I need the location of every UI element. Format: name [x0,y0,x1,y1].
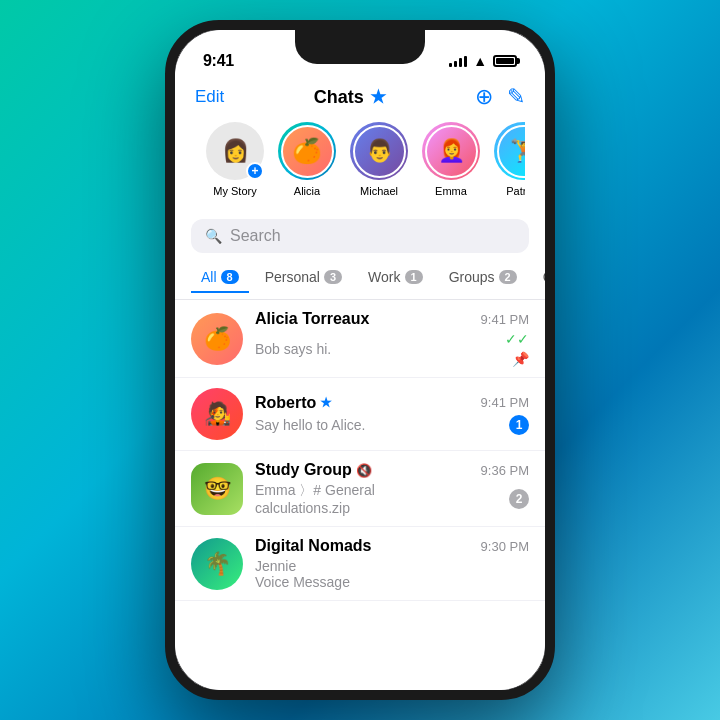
title-star: ★ [370,86,386,108]
filter-tabs: All 8 Personal 3 Work 1 Groups 2 Chan... [175,263,545,300]
chat-name-row-roberto: Roberto ★ 9:41 PM [255,394,529,412]
compose-button[interactable]: ✎ [507,86,525,108]
tab-channels-label: Chan... [543,269,545,285]
chat-meta-roberto: 1 [509,415,529,435]
alicia-avatar-wrap: 🍊 [278,122,336,180]
chat-preview-digital-1: Jennie [255,558,350,574]
header-actions: ⊕ ✎ [475,86,525,108]
chat-item-roberto[interactable]: 🧑‍🎤 Roberto ★ 9:41 PM Say hello to Alice… [175,378,545,451]
story-michael[interactable]: 👨 Michael [343,122,415,197]
chat-avatar-alicia: 🍊 [191,313,243,365]
tab-groups[interactable]: Groups 2 [439,263,527,291]
digital-preview-col: Jennie Voice Message [255,558,350,590]
chat-preview-alicia: Bob says hi. [255,341,331,357]
stories-row: 👩 + My Story 🍊 Alicia [195,122,525,209]
tab-work-label: Work [368,269,400,285]
chat-preview-row-alicia: Bob says hi. ✓✓ 📌 [255,331,529,367]
phone-screen: 9:41 ▲ Edit Ch [175,30,545,690]
chat-item-alicia[interactable]: 🍊 Alicia Torreaux 9:41 PM Bob says hi. ✓… [175,300,545,378]
read-tick-alicia: ✓✓ [505,331,529,347]
chat-preview-row-digital-nomads: Jennie Voice Message [255,558,529,590]
story-alicia[interactable]: 🍊 Alicia [271,122,343,197]
tab-groups-badge: 2 [499,270,517,284]
chat-preview-study-line2: calculations.zip [255,500,455,516]
story-name-michael: Michael [360,185,398,197]
tab-all-badge: 8 [221,270,239,284]
chat-name-alicia: Alicia Torreaux [255,310,369,328]
my-story-avatar-wrap: 👩 + [206,122,264,180]
chat-list: 🍊 Alicia Torreaux 9:41 PM Bob says hi. ✓… [175,300,545,601]
chat-meta-study-group: 2 [509,489,529,509]
story-name-alicia: Alicia [294,185,320,197]
chat-avatar-digital-nomads: 🌴 [191,538,243,590]
status-icons: ▲ [449,53,517,69]
emma-avatar: 👩‍🦰 [425,125,478,178]
story-emma[interactable]: 👩‍🦰 Emma [415,122,487,197]
michael-avatar-wrap: 👨 [350,122,408,180]
tab-all-label: All [201,269,217,285]
edit-button[interactable]: Edit [195,87,224,107]
tab-work[interactable]: Work 1 [358,263,433,291]
chats-title: Chats [314,87,364,108]
header: Edit Chats ★ ⊕ ✎ 👩 [175,78,545,219]
tab-channels[interactable]: Chan... [533,263,545,291]
header-title: Chats ★ [314,86,386,108]
chat-preview-study-line1: Emma 〉# General [255,482,455,500]
story-my-story[interactable]: 👩 + My Story [199,122,271,197]
chat-preview-digital-2: Voice Message [255,574,350,590]
alicia-avatar: 🍊 [281,125,334,178]
add-story-badge: + [246,162,264,180]
wifi-icon: ▲ [473,53,487,69]
chat-name-row-digital-nomads: Digital Nomads 9:30 PM [255,537,529,555]
chat-name-roberto: Roberto ★ [255,394,332,412]
chat-info-study-group: Study Group 🔇 9:36 PM Emma 〉# General ca… [255,461,529,516]
chat-avatar-roberto: 🧑‍🎤 [191,388,243,440]
chat-preview-row-roberto: Say hello to Alice. 1 [255,415,529,435]
pin-icon-alicia: 📌 [512,351,529,367]
chat-item-study-group[interactable]: 🤓 Study Group 🔇 9:36 PM Emma 〉# General [175,451,545,527]
app-content: Edit Chats ★ ⊕ ✎ 👩 [175,78,545,690]
emma-avatar-wrap: 👩‍🦰 [422,122,480,180]
patrick-avatar-wrap: 🏋️ [494,122,525,180]
tab-all[interactable]: All 8 [191,263,249,293]
chat-time-study-group: 9:36 PM [481,463,529,478]
michael-avatar: 👨 [353,125,406,178]
chat-meta-alicia: ✓✓ 📌 [505,331,529,367]
chat-time-roberto: 9:41 PM [481,395,529,410]
tab-personal-label: Personal [265,269,320,285]
patrick-avatar: 🏋️ [497,125,526,178]
tab-groups-label: Groups [449,269,495,285]
story-name-emma: Emma [435,185,467,197]
search-placeholder: Search [230,227,281,245]
search-bar-container: 🔍 Search [175,219,545,263]
unread-badge-study-group: 2 [509,489,529,509]
chat-info-roberto: Roberto ★ 9:41 PM Say hello to Alice. 1 [255,394,529,435]
new-group-button[interactable]: ⊕ [475,86,493,108]
tab-personal[interactable]: Personal 3 [255,263,352,291]
header-top: Edit Chats ★ ⊕ ✎ [195,86,525,108]
tab-work-badge: 1 [405,270,423,284]
chat-name-row-alicia: Alicia Torreaux 9:41 PM [255,310,529,328]
phone-frame: 9:41 ▲ Edit Ch [165,20,555,700]
chat-name-study-group: Study Group 🔇 [255,461,372,479]
roberto-star: ★ [320,395,332,410]
battery-icon [493,55,517,67]
tab-personal-badge: 3 [324,270,342,284]
chat-name-row-study-group: Study Group 🔇 9:36 PM [255,461,529,479]
status-time: 9:41 [203,52,234,70]
chat-time-digital-nomads: 9:30 PM [481,539,529,554]
chat-info-digital-nomads: Digital Nomads 9:30 PM Jennie Voice Mess… [255,537,529,590]
chat-time-alicia: 9:41 PM [481,312,529,327]
unread-badge-roberto: 1 [509,415,529,435]
study-preview-col: Emma 〉# General calculations.zip [255,482,509,516]
search-bar[interactable]: 🔍 Search [191,219,529,253]
chat-info-alicia: Alicia Torreaux 9:41 PM Bob says hi. ✓✓ … [255,310,529,367]
phone-notch [295,30,425,64]
chat-name-digital-nomads: Digital Nomads [255,537,371,555]
search-icon: 🔍 [205,228,222,244]
signal-icon [449,55,467,67]
chat-preview-row-study-group: Emma 〉# General calculations.zip 2 [255,482,529,516]
chat-preview-roberto: Say hello to Alice. [255,417,366,433]
chat-item-digital-nomads[interactable]: 🌴 Digital Nomads 9:30 PM Jennie Voice Me… [175,527,545,601]
story-patrick[interactable]: 🏋️ Patrick [487,122,525,197]
